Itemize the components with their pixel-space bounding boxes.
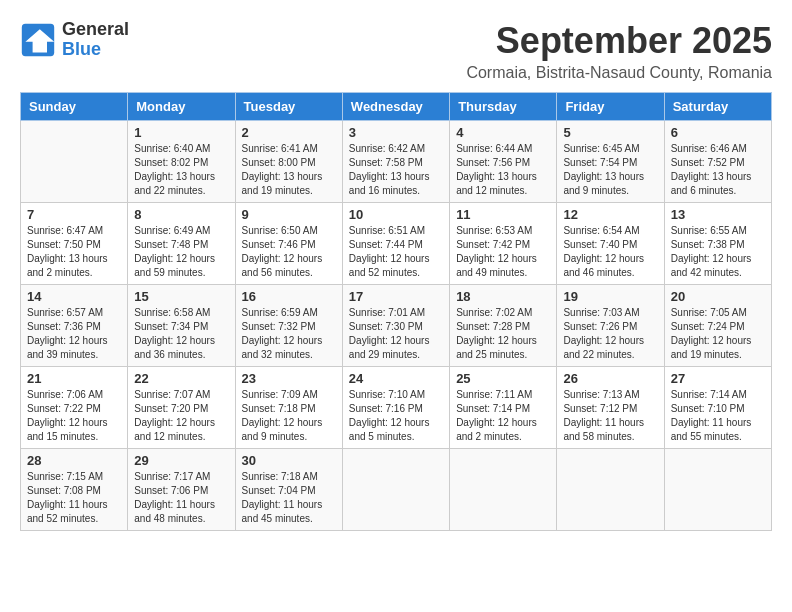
title-section: September 2025 Cormaia, Bistrita-Nasaud …	[466, 20, 772, 82]
day-info: Sunrise: 7:02 AM Sunset: 7:28 PM Dayligh…	[456, 306, 550, 362]
calendar-cell: 25Sunrise: 7:11 AM Sunset: 7:14 PM Dayli…	[450, 367, 557, 449]
calendar-subtitle: Cormaia, Bistrita-Nasaud County, Romania	[466, 64, 772, 82]
day-info: Sunrise: 7:13 AM Sunset: 7:12 PM Dayligh…	[563, 388, 657, 444]
calendar-cell	[450, 449, 557, 531]
weekday-friday: Friday	[557, 93, 664, 121]
day-info: Sunrise: 6:41 AM Sunset: 8:00 PM Dayligh…	[242, 142, 336, 198]
calendar-cell: 1Sunrise: 6:40 AM Sunset: 8:02 PM Daylig…	[128, 121, 235, 203]
calendar-cell	[342, 449, 449, 531]
calendar-cell: 12Sunrise: 6:54 AM Sunset: 7:40 PM Dayli…	[557, 203, 664, 285]
calendar-cell: 28Sunrise: 7:15 AM Sunset: 7:08 PM Dayli…	[21, 449, 128, 531]
day-number: 28	[27, 453, 121, 468]
day-info: Sunrise: 6:55 AM Sunset: 7:38 PM Dayligh…	[671, 224, 765, 280]
day-info: Sunrise: 7:18 AM Sunset: 7:04 PM Dayligh…	[242, 470, 336, 526]
day-info: Sunrise: 7:07 AM Sunset: 7:20 PM Dayligh…	[134, 388, 228, 444]
calendar-cell: 3Sunrise: 6:42 AM Sunset: 7:58 PM Daylig…	[342, 121, 449, 203]
day-info: Sunrise: 6:46 AM Sunset: 7:52 PM Dayligh…	[671, 142, 765, 198]
calendar-cell: 4Sunrise: 6:44 AM Sunset: 7:56 PM Daylig…	[450, 121, 557, 203]
calendar-cell: 27Sunrise: 7:14 AM Sunset: 7:10 PM Dayli…	[664, 367, 771, 449]
calendar-cell: 8Sunrise: 6:49 AM Sunset: 7:48 PM Daylig…	[128, 203, 235, 285]
day-info: Sunrise: 7:03 AM Sunset: 7:26 PM Dayligh…	[563, 306, 657, 362]
day-info: Sunrise: 7:05 AM Sunset: 7:24 PM Dayligh…	[671, 306, 765, 362]
day-number: 30	[242, 453, 336, 468]
calendar-table: SundayMondayTuesdayWednesdayThursdayFrid…	[20, 92, 772, 531]
day-info: Sunrise: 7:06 AM Sunset: 7:22 PM Dayligh…	[27, 388, 121, 444]
day-number: 9	[242, 207, 336, 222]
logo-line2: Blue	[62, 40, 129, 60]
header: General Blue September 2025 Cormaia, Bis…	[20, 20, 772, 82]
weekday-wednesday: Wednesday	[342, 93, 449, 121]
day-number: 23	[242, 371, 336, 386]
day-number: 21	[27, 371, 121, 386]
logo-icon	[20, 22, 56, 58]
calendar-cell: 10Sunrise: 6:51 AM Sunset: 7:44 PM Dayli…	[342, 203, 449, 285]
day-number: 15	[134, 289, 228, 304]
day-number: 12	[563, 207, 657, 222]
logo-text: General Blue	[62, 20, 129, 60]
day-info: Sunrise: 6:58 AM Sunset: 7:34 PM Dayligh…	[134, 306, 228, 362]
day-number: 10	[349, 207, 443, 222]
weekday-monday: Monday	[128, 93, 235, 121]
day-info: Sunrise: 6:45 AM Sunset: 7:54 PM Dayligh…	[563, 142, 657, 198]
day-number: 4	[456, 125, 550, 140]
calendar-cell: 16Sunrise: 6:59 AM Sunset: 7:32 PM Dayli…	[235, 285, 342, 367]
day-number: 13	[671, 207, 765, 222]
day-info: Sunrise: 6:59 AM Sunset: 7:32 PM Dayligh…	[242, 306, 336, 362]
day-info: Sunrise: 6:42 AM Sunset: 7:58 PM Dayligh…	[349, 142, 443, 198]
weekday-thursday: Thursday	[450, 93, 557, 121]
day-number: 25	[456, 371, 550, 386]
day-number: 29	[134, 453, 228, 468]
calendar-cell	[557, 449, 664, 531]
calendar-cell: 23Sunrise: 7:09 AM Sunset: 7:18 PM Dayli…	[235, 367, 342, 449]
day-number: 14	[27, 289, 121, 304]
day-info: Sunrise: 7:11 AM Sunset: 7:14 PM Dayligh…	[456, 388, 550, 444]
logo: General Blue	[20, 20, 129, 60]
calendar-cell: 14Sunrise: 6:57 AM Sunset: 7:36 PM Dayli…	[21, 285, 128, 367]
day-number: 5	[563, 125, 657, 140]
day-number: 2	[242, 125, 336, 140]
day-info: Sunrise: 7:17 AM Sunset: 7:06 PM Dayligh…	[134, 470, 228, 526]
calendar-cell: 15Sunrise: 6:58 AM Sunset: 7:34 PM Dayli…	[128, 285, 235, 367]
calendar-cell: 18Sunrise: 7:02 AM Sunset: 7:28 PM Dayli…	[450, 285, 557, 367]
day-info: Sunrise: 6:44 AM Sunset: 7:56 PM Dayligh…	[456, 142, 550, 198]
calendar-cell: 9Sunrise: 6:50 AM Sunset: 7:46 PM Daylig…	[235, 203, 342, 285]
calendar-body: 1Sunrise: 6:40 AM Sunset: 8:02 PM Daylig…	[21, 121, 772, 531]
day-number: 16	[242, 289, 336, 304]
calendar-cell: 22Sunrise: 7:07 AM Sunset: 7:20 PM Dayli…	[128, 367, 235, 449]
calendar-cell: 19Sunrise: 7:03 AM Sunset: 7:26 PM Dayli…	[557, 285, 664, 367]
calendar-cell: 13Sunrise: 6:55 AM Sunset: 7:38 PM Dayli…	[664, 203, 771, 285]
day-number: 11	[456, 207, 550, 222]
calendar-cell	[664, 449, 771, 531]
calendar-week-1: 1Sunrise: 6:40 AM Sunset: 8:02 PM Daylig…	[21, 121, 772, 203]
calendar-cell: 11Sunrise: 6:53 AM Sunset: 7:42 PM Dayli…	[450, 203, 557, 285]
day-info: Sunrise: 6:49 AM Sunset: 7:48 PM Dayligh…	[134, 224, 228, 280]
weekday-tuesday: Tuesday	[235, 93, 342, 121]
calendar-cell: 21Sunrise: 7:06 AM Sunset: 7:22 PM Dayli…	[21, 367, 128, 449]
calendar-week-5: 28Sunrise: 7:15 AM Sunset: 7:08 PM Dayli…	[21, 449, 772, 531]
weekday-saturday: Saturday	[664, 93, 771, 121]
day-info: Sunrise: 6:51 AM Sunset: 7:44 PM Dayligh…	[349, 224, 443, 280]
calendar-cell: 6Sunrise: 6:46 AM Sunset: 7:52 PM Daylig…	[664, 121, 771, 203]
day-info: Sunrise: 7:15 AM Sunset: 7:08 PM Dayligh…	[27, 470, 121, 526]
day-number: 7	[27, 207, 121, 222]
day-number: 26	[563, 371, 657, 386]
day-number: 6	[671, 125, 765, 140]
day-number: 8	[134, 207, 228, 222]
day-info: Sunrise: 7:01 AM Sunset: 7:30 PM Dayligh…	[349, 306, 443, 362]
day-number: 22	[134, 371, 228, 386]
calendar-cell: 7Sunrise: 6:47 AM Sunset: 7:50 PM Daylig…	[21, 203, 128, 285]
day-number: 17	[349, 289, 443, 304]
calendar-cell: 5Sunrise: 6:45 AM Sunset: 7:54 PM Daylig…	[557, 121, 664, 203]
calendar-cell: 2Sunrise: 6:41 AM Sunset: 8:00 PM Daylig…	[235, 121, 342, 203]
day-number: 20	[671, 289, 765, 304]
calendar-week-4: 21Sunrise: 7:06 AM Sunset: 7:22 PM Dayli…	[21, 367, 772, 449]
day-number: 18	[456, 289, 550, 304]
calendar-cell: 17Sunrise: 7:01 AM Sunset: 7:30 PM Dayli…	[342, 285, 449, 367]
day-info: Sunrise: 6:50 AM Sunset: 7:46 PM Dayligh…	[242, 224, 336, 280]
calendar-cell: 29Sunrise: 7:17 AM Sunset: 7:06 PM Dayli…	[128, 449, 235, 531]
day-info: Sunrise: 6:57 AM Sunset: 7:36 PM Dayligh…	[27, 306, 121, 362]
calendar-title: September 2025	[466, 20, 772, 62]
calendar-week-3: 14Sunrise: 6:57 AM Sunset: 7:36 PM Dayli…	[21, 285, 772, 367]
day-number: 19	[563, 289, 657, 304]
day-info: Sunrise: 7:14 AM Sunset: 7:10 PM Dayligh…	[671, 388, 765, 444]
